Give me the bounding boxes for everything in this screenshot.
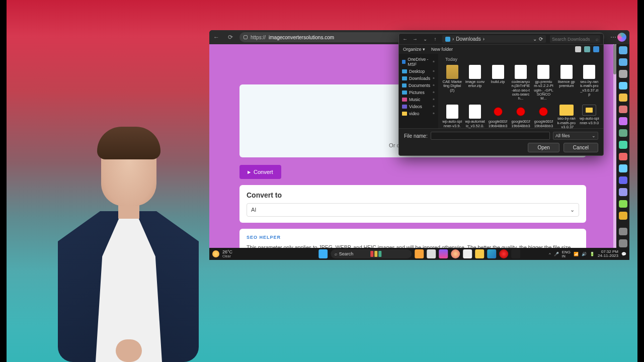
dialog-back-button[interactable]: ← <box>402 36 408 42</box>
sidebar-item-desktop[interactable]: Desktop⁕ <box>400 68 437 75</box>
filename-input[interactable] <box>431 132 550 140</box>
language-indicator[interactable]: ENG IN <box>562 250 571 258</box>
rail-icon-7[interactable] <box>619 129 627 137</box>
rail-icon-14[interactable] <box>619 212 627 220</box>
battery-icon[interactable]: 🔋 <box>590 252 595 256</box>
file-item[interactable]: seo-by-rank-math-pro_v3.0.37 <box>555 104 577 128</box>
dialog-recent-button[interactable]: ⌄ <box>422 36 428 42</box>
weather-icon[interactable] <box>212 250 219 257</box>
taskbar-search[interactable]: ⌕ Search <box>331 249 412 258</box>
taskbar-app-2[interactable] <box>427 249 436 258</box>
breadcrumb-dropdown-icon[interactable]: ⌄ <box>533 36 537 42</box>
dialog-file-pane[interactable]: Today CAE Marketing Digital (2)image con… <box>438 54 603 128</box>
organize-menu[interactable]: Organize ▾ <box>403 47 425 52</box>
taskbar-app-4[interactable] <box>451 249 460 258</box>
dialog-search-input[interactable]: Search Downloads ⌕ <box>550 35 600 43</box>
rail-icon-13[interactable] <box>619 200 627 208</box>
opera-icon[interactable] <box>499 249 508 258</box>
file-item[interactable]: gp-premium-v2.2.2-Plugin-_-GPLSONCOM... <box>533 64 554 102</box>
weather-widget[interactable]: 26°C Clear <box>222 250 232 258</box>
file-label: google001f19b848bb39f3 (1) <box>534 120 553 128</box>
format-selected: AI <box>251 207 256 213</box>
taskbar-app-3[interactable] <box>439 249 448 258</box>
rail-icon-9[interactable] <box>619 153 627 161</box>
open-button[interactable]: Open <box>528 143 559 152</box>
rail-icon-5[interactable] <box>619 106 627 114</box>
rail-bottom-icon-0[interactable] <box>619 228 627 236</box>
search-icon: ⌕ <box>335 251 337 256</box>
dialog-forward-button[interactable]: → <box>412 36 418 42</box>
newfolder-button[interactable]: New folder <box>431 47 453 52</box>
help-button[interactable] <box>593 46 599 52</box>
file-item[interactable]: wp-auto-spinner-v3.9.0 <box>579 104 600 128</box>
preview-button[interactable] <box>584 46 590 52</box>
file-item[interactable]: google001f19b848bb39f3 (3) <box>487 104 509 128</box>
pin-icon: ⁕ <box>432 83 435 87</box>
cancel-button[interactable]: Cancel <box>564 143 598 152</box>
file-item[interactable]: image convertor.zip <box>464 64 486 102</box>
refresh-button[interactable]: ⟳ <box>226 33 234 41</box>
sidebar-item-onedrive-msf[interactable]: OneDrive - MSF⁕ <box>400 56 437 68</box>
rail-icon-2[interactable] <box>619 70 627 78</box>
rail-icon-8[interactable] <box>619 141 627 149</box>
file-item[interactable]: wp-auto-spinner-v3.9.0.zip <box>441 104 463 128</box>
edge-icon[interactable] <box>487 249 496 258</box>
sidebar-item-label: OneDrive - MSF <box>408 57 430 67</box>
taskbar-app-9[interactable] <box>511 249 520 258</box>
opera-icon <box>537 105 549 119</box>
file-item[interactable]: lisence gp premium <box>555 64 577 102</box>
folder-icon <box>402 76 407 80</box>
file-item[interactable]: codecanyon-j3bTnFtE-atoz-seo-tools-searc… <box>510 64 531 102</box>
filetype-filter[interactable]: All files⌄ <box>553 132 598 140</box>
file-item[interactable]: build.zip <box>487 64 509 102</box>
file-label: seo-by-rank-math-pro_v3.0.37.zip <box>580 80 599 97</box>
file-item[interactable]: google001f19b848bb39f3 (1) <box>533 104 554 128</box>
sidebar-item-documents[interactable]: Documents⁕ <box>400 82 437 89</box>
file-explorer-icon[interactable] <box>475 249 484 258</box>
format-select[interactable]: AI ⌄ <box>247 203 579 217</box>
sidebar-item-music[interactable]: Music⁕ <box>400 96 437 103</box>
sidebar-item-video[interactable]: video⁕ <box>400 110 437 117</box>
rail-icon-4[interactable] <box>619 94 627 102</box>
sidebar-item-label: Music <box>409 97 420 102</box>
sidebar-item-pictures[interactable]: Pictures⁕ <box>400 89 437 96</box>
copilot-icon[interactable] <box>617 33 626 42</box>
file-icon <box>492 65 504 79</box>
dialog-refresh-button[interactable]: ⟳ <box>539 36 543 42</box>
tray-chevron-icon[interactable]: ^ <box>549 252 551 256</box>
rail-icon-6[interactable] <box>619 117 627 125</box>
convert-button[interactable]: Convert <box>239 165 281 179</box>
view-button[interactable] <box>575 46 581 52</box>
back-button[interactable]: ← <box>212 33 220 41</box>
menu-button[interactable]: ⋯ <box>609 33 617 41</box>
volume-icon[interactable]: 🔊 <box>582 252 587 256</box>
file-item[interactable]: google001f19b848bb39f3 (2) <box>510 104 531 128</box>
tray-mic-icon[interactable]: 🎤 <box>554 252 559 256</box>
pin-icon: ⁕ <box>432 98 435 102</box>
folder-icon <box>402 69 407 73</box>
rail-icon-11[interactable] <box>619 176 627 185</box>
rail-icon-1[interactable] <box>619 58 627 66</box>
rail-icon-0[interactable] <box>619 46 627 54</box>
file-label: image convertor.zip <box>465 80 485 88</box>
sidebar-item-downloads[interactable]: Downloads⁕ <box>400 75 437 82</box>
taskbar-app-5[interactable] <box>463 249 472 258</box>
rail-bottom-icon-1[interactable] <box>619 239 627 247</box>
wifi-icon[interactable]: 📶 <box>574 252 579 256</box>
sidebar-item-videos[interactable]: Videos⁕ <box>400 103 437 110</box>
start-button[interactable] <box>318 249 328 258</box>
file-icon <box>446 105 458 119</box>
taskbar-app-1[interactable] <box>415 249 424 258</box>
dialog-breadcrumb[interactable]: › Downloads › ⌄ ⟳ <box>442 35 546 43</box>
file-item[interactable]: seo-by-rank-math-pro_v3.0.37.zip <box>579 64 600 102</box>
rail-icon-12[interactable] <box>619 188 627 196</box>
notifications-icon[interactable]: 💬 <box>621 252 626 256</box>
rail-icon-3[interactable] <box>619 82 627 90</box>
file-item[interactable]: CAE Marketing Digital (2) <box>441 64 463 102</box>
clock[interactable]: 07:32 PM 24-11-2023 <box>598 250 618 258</box>
pin-icon: ⁕ <box>432 90 435 95</box>
file-item[interactable]: wp-automatic_v3.52.0.zip <box>464 104 486 128</box>
dialog-up-button[interactable]: ↑ <box>432 36 438 42</box>
rail-icon-10[interactable] <box>619 164 627 172</box>
file-icon <box>537 65 549 79</box>
